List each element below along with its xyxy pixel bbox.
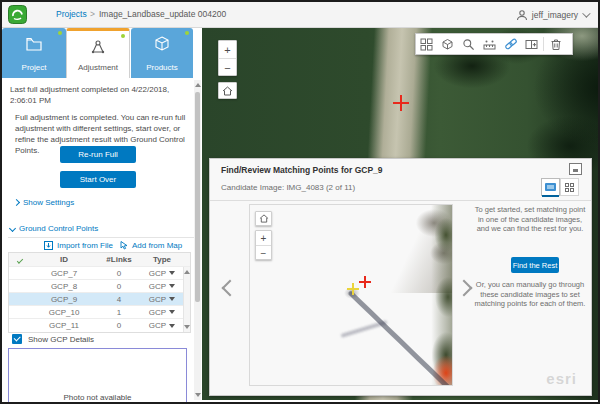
show-gcp-details-checkbox[interactable]: Show GCP Details [12,334,94,344]
dropdown-arrow-icon [169,324,175,328]
basemap-button[interactable] [437,34,458,54]
table-row-selected[interactable]: GCP_9 4 GCP [9,293,190,306]
image-home-button[interactable] [255,211,272,226]
tab-project[interactable]: Project [2,28,66,78]
candidate-image[interactable]: + − [249,204,453,386]
show-settings-toggle[interactable]: Show Settings [14,198,74,207]
divider [210,200,591,201]
last-adjustment-status: Last full adjustment completed on 4/22/2… [10,84,188,106]
map-toolbar [415,33,573,55]
gcp-id: GCP_10 [31,308,97,317]
add-from-map-link[interactable]: Add from Map [120,241,182,250]
top-bar: Projects > Image_Landbase_update 004200 … [2,2,598,28]
gcp-id: GCP_9 [31,295,97,304]
zoom-in-button[interactable]: + [219,41,236,59]
grid-view-button[interactable] [560,178,579,196]
scroll-up-icon[interactable] [184,270,190,274]
divider [8,237,194,238]
user-name: jeff_imagery [532,10,578,20]
table-scrollbar[interactable] [183,267,190,332]
gcp-table: ID #Links Type GCP_7 0 GCP GCP_8 0 GCP G… [8,252,191,333]
image-view-icon [545,183,556,191]
col-links[interactable]: #Links [97,255,141,264]
checkbox-checked-icon [12,334,22,344]
tab-label: Adjustment [67,63,129,72]
cursor-add-icon [120,241,128,250]
gcp-photo-placeholder: Photo not available [8,348,187,404]
home-icon [259,214,269,223]
chevron-right-icon [13,199,20,206]
gcp-id: GCP_11 [31,321,97,330]
scroll-down-icon[interactable] [195,393,201,397]
breadcrumb-current: Image_Landbase_update 004200 [99,9,226,19]
find-the-rest-button[interactable]: Find the Rest [511,257,559,273]
esri-watermark: esri [546,370,577,387]
app-window: Projects > Image_Landbase_update 004200 … [0,0,600,404]
table-row[interactable]: GCP_11 0 GCP [9,319,190,332]
gcp-marker[interactable] [393,95,409,111]
basemap-icon [441,38,454,51]
gcp-links: 0 [97,282,141,291]
start-over-button[interactable]: Start Over [60,171,136,188]
table-row[interactable]: GCP_10 1 GCP [9,306,190,319]
show-settings-label: Show Settings [23,198,74,207]
candidate-image-label: Candidate Image: IMG_4083 (2 of 11) [221,183,355,192]
scroll-up-icon[interactable] [195,83,201,87]
instruction-primary: To get started, set matching point in on… [472,205,588,234]
type-dropdown[interactable]: GCP [141,308,183,317]
links-button-active[interactable] [500,34,521,54]
scroll-down-icon[interactable] [184,325,190,329]
zoom-in-button[interactable]: + [256,231,271,246]
folder-icon [25,36,43,52]
col-type[interactable]: Type [141,255,183,264]
previous-image-button[interactable] [220,281,234,295]
type-dropdown[interactable]: GCP [141,282,183,291]
table-row[interactable]: GCP_7 0 GCP [9,267,190,280]
import-icon [44,241,53,250]
user-menu[interactable]: jeff_imagery [516,7,588,23]
delete-button[interactable] [545,34,566,54]
table-row[interactable]: GCP_8 0 GCP [9,280,190,293]
panel-scrollbar[interactable] [194,80,201,400]
zoom-out-button[interactable]: − [219,59,236,77]
map-view[interactable]: + − [202,28,598,400]
image-window-icon [525,38,538,51]
dropdown-arrow-icon [169,284,175,288]
single-view-button[interactable] [541,178,560,196]
toolbar-separator [543,37,544,51]
zoom-out-button[interactable]: − [256,246,271,261]
col-id[interactable]: ID [31,255,97,264]
tab-adjustment[interactable]: Adjustment [66,28,130,78]
add-from-map-label: Add from Map [132,241,182,250]
gcp-marker[interactable] [359,276,371,288]
type-dropdown[interactable]: GCP [141,295,183,304]
cube-icon [153,36,171,52]
next-image-button[interactable] [458,281,472,295]
matching-point-marker[interactable] [347,283,359,295]
gcp-section-toggle[interactable]: Ground Control Points [10,224,98,233]
gcp-links: 4 [97,295,141,304]
adjustment-icon [89,39,107,55]
gcp-section-label: Ground Control Points [19,224,98,233]
measure-button[interactable] [479,34,500,54]
tab-products[interactable]: Products [131,28,193,78]
adjustment-panel: Project Adjustment Products Last full ad… [2,28,202,402]
scrollbar-thumb[interactable] [195,92,200,302]
import-from-file-link[interactable]: Import from File [44,241,113,250]
links-icon [504,37,518,51]
search-button[interactable] [458,34,479,54]
esri-logo [8,5,27,24]
image-window-button[interactable] [521,34,542,54]
gcp-links: 0 [97,321,141,330]
footprints-grid-icon [420,38,433,51]
import-from-file-label: Import from File [57,241,113,250]
breadcrumb-projects[interactable]: Projects [56,9,87,19]
type-dropdown[interactable]: GCP [141,321,183,330]
rerun-full-button[interactable]: Re-run Full [60,146,136,163]
footprints-grid-button[interactable] [416,34,437,54]
home-button[interactable] [218,82,237,99]
status-dot [121,34,125,38]
type-dropdown[interactable]: GCP [141,269,183,278]
measure-icon [483,38,496,51]
dock-panel-button[interactable] [569,163,582,175]
